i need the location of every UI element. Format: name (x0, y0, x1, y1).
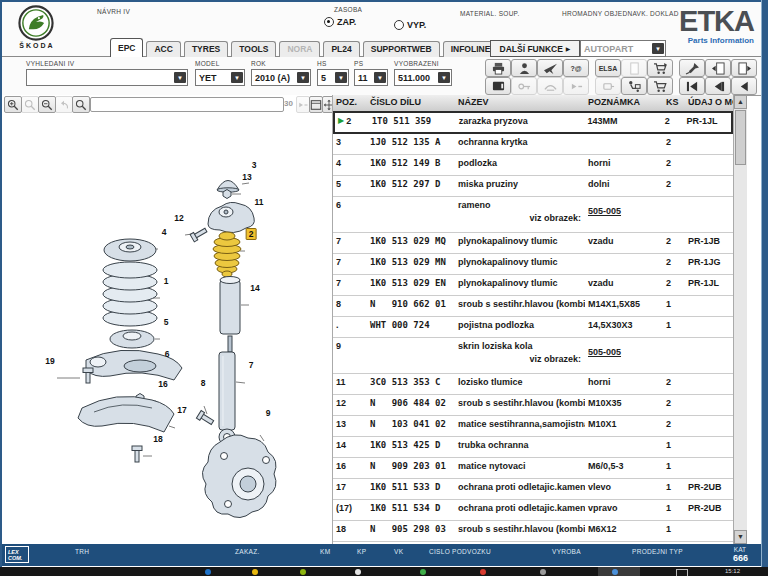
diagram-callout-5[interactable]: 5 (164, 317, 169, 327)
table-row[interactable]: (17)1K0 511 534 Dochrana proti odletajic… (333, 500, 733, 521)
filter-dropdown[interactable]: 5▼ (317, 69, 349, 86)
scrollbar-thumb[interactable] (735, 110, 746, 165)
taskbar-app-icon[interactable] (252, 569, 258, 575)
nav-first-button[interactable] (679, 77, 705, 95)
diagram-callout-2[interactable]: 2 (246, 228, 257, 240)
tab-acc[interactable]: ACC (146, 41, 180, 57)
column-header-2[interactable]: ČÍSLO DÍLU (367, 95, 455, 111)
prev-document-button[interactable] (705, 59, 731, 77)
vyp-radio[interactable] (394, 20, 404, 30)
diagram-callout-14[interactable]: 14 (250, 283, 259, 293)
filter-dropdown[interactable]: 2010 (A)▼ (251, 69, 311, 86)
diagram-callout-19[interactable]: 19 (45, 356, 54, 366)
column-header-4[interactable]: POZNÁMKA (585, 95, 663, 111)
column-header-6[interactable]: ÚDAJ O MODELU (685, 95, 733, 111)
zoom-minus-button[interactable] (38, 96, 56, 113)
taskbar-app-icon[interactable] (205, 569, 211, 575)
tab-pl24[interactable]: PL24 (323, 41, 359, 57)
diagram-callout-11[interactable]: 11 (255, 197, 264, 207)
table-row[interactable]: 141K0 513 425 Dtrubka ochranna1 (333, 437, 733, 458)
porter-button[interactable] (621, 77, 647, 95)
taskbar-app-icon[interactable] (355, 569, 361, 575)
column-header-5[interactable]: KS (663, 95, 685, 111)
filter-dropdown[interactable]: 11▼ (354, 69, 388, 86)
user-info-button[interactable] (511, 59, 537, 77)
table-row[interactable]: 71K0 513 029 ENplynokapalinovy tlumicvza… (333, 275, 733, 296)
table-row[interactable]: 9skrin loziska kolaviz obrazek:505-005 (333, 338, 733, 374)
chevron-down-icon[interactable]: ▼ (652, 43, 664, 54)
table-row[interactable]: 12N 906 484 02sroub s sestihr.hlavou (ko… (333, 395, 733, 416)
send-button[interactable] (537, 59, 563, 77)
table-row[interactable]: 8N 910 662 01sroub s sestihr.hlavou (kom… (333, 296, 733, 317)
table-row[interactable]: 31J0 512 135 Aochranna krytka2 (333, 134, 733, 155)
chevron-down-icon[interactable]: ▼ (231, 72, 243, 83)
viz-obrazek-link[interactable]: 505-005 (588, 347, 621, 357)
table-row[interactable]: 41K0 512 149 Bpodlozkahorni2 (333, 155, 733, 176)
table-row[interactable]: 16N 909 203 01matice nytovaciM6/0,5-31 (333, 458, 733, 479)
parts-diagram[interactable]: 3131112214415619161718789 (2, 112, 332, 544)
taskbar-app-icon[interactable] (480, 569, 486, 575)
taskbar-app-icon[interactable] (300, 569, 306, 575)
next-document-button[interactable] (731, 59, 757, 77)
diagram-callout-7[interactable]: 7 (249, 360, 254, 370)
table-row[interactable]: 18N 905 298 03sroub s sestihr.hlavou (ko… (333, 521, 733, 542)
chevron-down-icon[interactable]: ▼ (174, 72, 186, 83)
table-row[interactable]: 71K0 513 029 MQplynokapalinovy tlumicvza… (333, 233, 733, 254)
table-row[interactable]: 51K0 512 297 Dmiska pruzinydolni2 (333, 176, 733, 197)
display-button[interactable] (485, 77, 511, 95)
scroll-down-button[interactable]: ▼ (734, 530, 747, 544)
zoom-slider[interactable] (90, 97, 284, 112)
filter-dropdown[interactable]: YET▼ (195, 69, 245, 86)
scroll-up-button[interactable]: ▲ (734, 95, 747, 109)
chevron-down-icon[interactable]: ▼ (374, 72, 386, 83)
taskbar-app-icon[interactable] (420, 569, 426, 575)
diagram-callout-16[interactable]: 16 (158, 379, 167, 389)
zap-radio[interactable] (324, 17, 334, 27)
autopart-dropdown[interactable]: AUTOPART ▼ (580, 40, 666, 57)
windows-taskbar[interactable]: 15:12 (0, 567, 768, 576)
diagram-callout-1[interactable]: 1 (164, 276, 169, 286)
chevron-down-icon[interactable]: ▼ (297, 72, 309, 83)
table-row[interactable]: 13N 103 041 02matice sestihranna,samojis… (333, 416, 733, 437)
cart-button[interactable] (647, 77, 673, 95)
diagram-callout-18[interactable]: 18 (153, 434, 162, 444)
tray-icon[interactable] (676, 569, 688, 576)
tab-epc[interactable]: EPC (110, 38, 143, 57)
diagram-callout-9[interactable]: 9 (266, 408, 271, 418)
tab-supportweb[interactable]: SUPPORTWEB (363, 41, 440, 57)
nav-prev-button[interactable] (705, 77, 731, 95)
diagram-callout-4[interactable]: 4 (162, 227, 167, 237)
table-row[interactable]: 6ramenoviz obrazek:505-005 (333, 197, 733, 233)
pin-button[interactable] (679, 59, 705, 77)
help-button[interactable]: ?@ (563, 59, 589, 77)
print-button[interactable] (485, 59, 511, 77)
chevron-down-icon[interactable]: ▼ (335, 72, 347, 83)
diagram-callout-12[interactable]: 12 (174, 213, 183, 223)
elsa-button[interactable]: ELSA (595, 59, 621, 77)
diagram-callout-17[interactable]: 17 (177, 405, 186, 415)
column-header-3[interactable]: NÁZEV (455, 95, 585, 111)
dalsi-funkce-button[interactable]: DALŠÍ FUNKCE ▶ (490, 40, 580, 57)
zoom-in-button[interactable] (4, 96, 22, 113)
diagram-callout-3[interactable]: 3 (252, 160, 257, 170)
table-scrollbar[interactable]: ▲ ▼ (733, 95, 747, 544)
fit-window-button[interactable] (309, 96, 323, 113)
table-row[interactable]: 113C0 513 353 Clozisko tlumicehorni2 (333, 374, 733, 395)
filter-dropdown[interactable]: 511.000▼ (394, 69, 452, 86)
tab-tyres[interactable]: TYRES (184, 41, 228, 57)
table-row[interactable]: .WHT 000 724pojistna podlozka14,5X30X31 (333, 317, 733, 338)
filter-dropdown[interactable]: ▼ (26, 69, 188, 86)
table-row[interactable]: 171K0 511 533 Dochrana proti odletajic.k… (333, 479, 733, 500)
chevron-down-icon[interactable]: ▼ (438, 72, 450, 83)
diagram-callout-13[interactable]: 13 (242, 172, 251, 182)
column-header-1[interactable]: POZ. (333, 95, 367, 111)
taskbar-app-icon[interactable] (540, 569, 546, 575)
table-row[interactable]: ▶21T0 511 359zarazka pryzova143MM2PR-1JL (333, 111, 733, 134)
diagram-callout-6[interactable]: 6 (165, 349, 170, 359)
table-row[interactable]: 71K0 513 029 MNplynokapalinovy tlumic2PR… (333, 254, 733, 275)
taskbar-app-icon[interactable] (612, 569, 618, 575)
diagram-callout-8[interactable]: 8 (201, 378, 206, 388)
nav-back-button[interactable] (731, 77, 757, 95)
zoom-search-button[interactable] (72, 96, 90, 113)
tab-tools[interactable]: TOOLS (231, 41, 276, 57)
